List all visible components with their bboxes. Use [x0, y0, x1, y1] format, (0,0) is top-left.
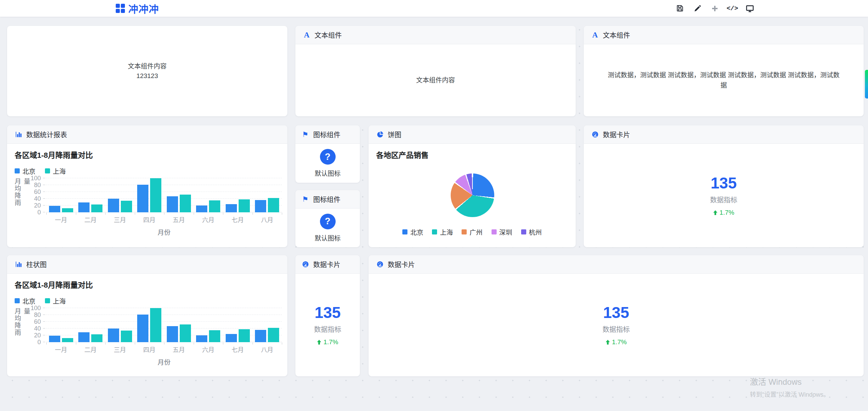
legend-label: 上海: [53, 296, 66, 305]
legend-item[interactable]: 北京: [402, 227, 423, 237]
legend-label: 北京: [22, 296, 35, 305]
x-axis-tick: [46, 342, 47, 345]
brand-grid-icon: [116, 4, 125, 13]
legend-item[interactable]: 深圳: [492, 227, 512, 237]
legend-item[interactable]: 广州: [462, 227, 482, 237]
bar-group: [164, 308, 194, 342]
widget-header[interactable]: A 文本组件: [584, 26, 864, 44]
widget-card-stat-a[interactable]: 数据卡片 135 数据指标 1.7%: [583, 125, 864, 247]
y-axis-tick: [43, 342, 45, 342]
legend-item[interactable]: 北京: [15, 166, 35, 176]
x-axis-tick: [253, 213, 253, 215]
question-icon[interactable]: ?: [320, 214, 336, 229]
legend-swatch: [45, 298, 50, 303]
widget-card-pie-chart[interactable]: 饼图 各地区产品销售 北京上海广州深圳杭州: [368, 125, 576, 247]
add-plus-icon[interactable]: [710, 3, 720, 14]
trend-value: 1.7%: [323, 338, 338, 346]
bar-chart: 北京上海020406080100一月二月三月四月五月六月七月八月月份月均降雨量: [7, 274, 287, 376]
x-axis-label: 二月: [76, 215, 106, 224]
widget-card-bar-chart[interactable]: 柱状图 各区域1-8月降雨量对比 北京上海020406080100一月二月三月四…: [7, 255, 288, 377]
widget-header[interactable]: 数据卡片: [369, 255, 864, 274]
chart-legend: 北京上海: [15, 296, 66, 305]
widget-card-stat-b[interactable]: 数据卡片 135 数据指标 1.7%: [295, 255, 360, 377]
widget-card-text-plain[interactable]: 文本组件内容 123123: [7, 26, 288, 117]
toolbar: </>: [675, 0, 755, 17]
stat-trend: 1.7%: [606, 338, 627, 346]
x-axis-tick: [76, 342, 76, 345]
bar-北京: [196, 335, 207, 342]
x-axis-label: 四月: [135, 215, 164, 224]
edit-pencil-icon[interactable]: [692, 3, 703, 14]
x-axis-tick: [105, 342, 106, 345]
bar-group: [46, 308, 76, 342]
flag-icon: ⚑: [302, 131, 309, 138]
bar-chart-icon: [15, 261, 22, 268]
legend-item[interactable]: 上海: [45, 166, 66, 176]
windows-activation-watermark: 激活 Windows 转到“设置”以激活 Windows。: [750, 375, 830, 398]
widget-header[interactable]: 柱状图: [7, 255, 287, 274]
widget-header[interactable]: 饼图: [369, 125, 576, 144]
widget-card-report-chart[interactable]: 数据统计报表 各区域1-8月降雨量对比 北京上海020406080100一月二月…: [7, 125, 288, 247]
widget-title: 图标组件: [313, 130, 340, 139]
y-axis-tick: [43, 335, 45, 335]
bar-group: [105, 178, 135, 212]
gauge-icon: [376, 261, 384, 268]
widget-card-text-a[interactable]: A 文本组件 文本组件内容: [295, 26, 576, 117]
bar-group: [135, 178, 164, 212]
legend-swatch: [15, 168, 20, 173]
brand-logo: 冲冲冲: [116, 0, 159, 17]
x-axis-tick: [223, 342, 223, 345]
x-axis-tick: [194, 213, 194, 215]
widget-card-icon-b[interactable]: ⚑ 图标组件 ? 默认图标: [295, 190, 360, 247]
y-axis-tick: [43, 321, 45, 322]
bar-上海: [62, 338, 73, 342]
icon-label: 默认图标: [315, 233, 340, 242]
legend-item[interactable]: 杭州: [521, 227, 542, 237]
trend-value: 1.7%: [720, 209, 734, 216]
bar-北京: [78, 202, 90, 212]
question-icon[interactable]: ?: [320, 149, 336, 165]
legend-label: 上海: [440, 227, 453, 237]
legend-item[interactable]: 上海: [432, 227, 453, 237]
x-axis-tick: [223, 213, 223, 215]
bar-group: [164, 178, 194, 212]
bar-上海: [91, 334, 102, 342]
x-axis-label: 五月: [164, 215, 194, 224]
legend-item[interactable]: 北京: [15, 296, 35, 305]
widget-title: 图标组件: [313, 194, 340, 204]
widget-header[interactable]: ⚑ 图标组件: [295, 125, 360, 144]
widget-header[interactable]: A 文本组件: [295, 26, 576, 44]
y-axis-tick: [43, 212, 45, 212]
bar-北京: [226, 334, 237, 342]
widget-header[interactable]: 数据卡片: [295, 255, 360, 274]
x-axis-labels: 一月二月三月四月五月六月七月八月: [46, 215, 282, 224]
scroll-indicator[interactable]: [865, 70, 868, 98]
text-content-line: 123123: [136, 71, 158, 81]
bar-北京: [49, 336, 60, 342]
x-axis-label: 八月: [253, 215, 282, 224]
preview-monitor-icon[interactable]: [745, 3, 755, 14]
plot-area: 020406080100: [46, 308, 282, 342]
bar-上海: [209, 200, 220, 212]
bar-上海: [268, 328, 279, 342]
legend-item[interactable]: 上海: [45, 296, 66, 305]
x-axis-tick: [194, 342, 194, 345]
widget-card-stat-c[interactable]: 数据卡片 135 数据指标 1.7%: [368, 255, 864, 377]
save-icon[interactable]: [675, 3, 685, 14]
dashboard-canvas: 文本组件内容 123123 A 文本组件 文本组件内容 A 文本组件 测试数据，…: [0, 17, 868, 411]
widget-card-text-b[interactable]: A 文本组件 测试数据，测试数据 测试数据，测试数据 测试数据，测试数据 测试数…: [583, 26, 864, 117]
x-axis-tick: [105, 213, 106, 215]
x-axis-tick: [76, 213, 76, 215]
widget-card-icon-a[interactable]: ⚑ 图标组件 ? 默认图标: [295, 125, 360, 183]
legend-label: 杭州: [529, 227, 542, 237]
x-axis-label: 一月: [46, 345, 76, 354]
y-axis-tick: [43, 328, 45, 329]
code-icon[interactable]: </>: [727, 3, 738, 14]
widget-header[interactable]: 数据统计报表: [7, 125, 287, 144]
pie-disc: [451, 173, 494, 217]
y-axis-tick: [43, 198, 45, 199]
widget-header[interactable]: 数据卡片: [584, 125, 864, 144]
bar-北京: [226, 204, 237, 212]
widget-header[interactable]: ⚑ 图标组件: [295, 190, 360, 209]
text-content-line: 文本组件内容: [416, 76, 455, 85]
